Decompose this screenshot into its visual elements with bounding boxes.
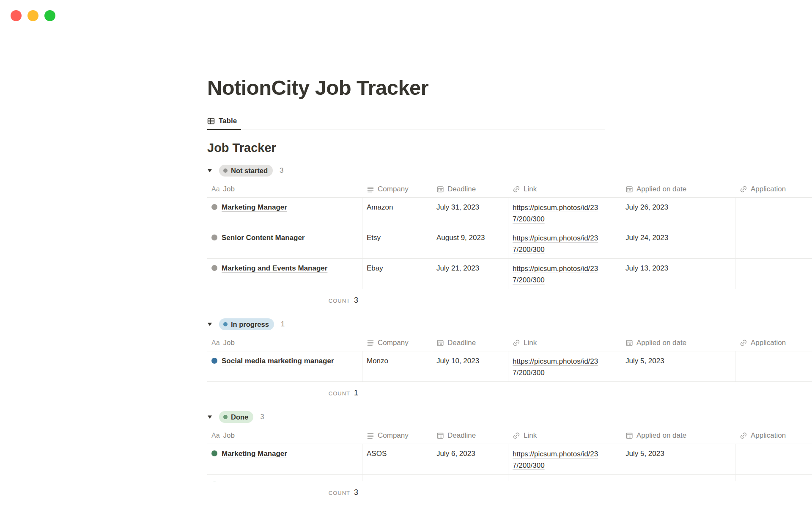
cell-applied[interactable]: July 5, 2023 [621, 444, 735, 474]
cell-application[interactable] [735, 475, 812, 481]
table-group: Done 3 AaJob Company Deadline [207, 410, 812, 503]
column-header-company[interactable]: Company [362, 431, 432, 440]
cell-company[interactable]: Etsy [362, 228, 432, 258]
cell-application[interactable] [735, 351, 812, 381]
job-page-link[interactable]: Social media marketing manager [222, 356, 334, 367]
table-group: Not started 3 AaJob Company Deadline [207, 164, 812, 311]
cell-applied[interactable]: July 24, 2023 [621, 228, 735, 258]
count-footer[interactable]: COUNT 1 [207, 382, 362, 403]
count-value: 3 [354, 296, 358, 305]
cell-applied[interactable]: July 26, 2023 [621, 198, 735, 228]
job-page-link[interactable]: Social media manager [222, 479, 298, 481]
url-link[interactable]: https://picsum.photos/id/237/200/300 [513, 356, 600, 378]
group-status-pill[interactable]: In progress [219, 318, 274, 330]
minimize-button[interactable] [27, 10, 38, 21]
cell-company[interactable]: Notion [362, 475, 432, 481]
cell-company[interactable]: Ebay [362, 259, 432, 289]
cell-application[interactable] [735, 198, 812, 228]
cell-applied[interactable]: July 5, 2023 [621, 351, 735, 381]
column-header-company[interactable]: Company [362, 185, 432, 193]
url-link[interactable]: https://picsum.photos/id/237/200/300 [513, 263, 600, 286]
text-lines-icon [367, 339, 374, 347]
url-link[interactable]: https://picsum.photos/id/237/200/300 [513, 202, 600, 225]
count-footer[interactable]: COUNT 3 [207, 481, 362, 503]
cell-job[interactable]: Marketing Manager [207, 198, 362, 228]
cell-link[interactable]: https://picsum.photos/id/237/200/300 [508, 259, 621, 289]
url-link[interactable]: https://picsum.photos/id/237/200/300 [513, 479, 600, 481]
cell-company[interactable]: Amazon [362, 198, 432, 228]
column-header-job[interactable]: AaJob [207, 185, 362, 193]
column-header-link[interactable]: Link [508, 185, 621, 193]
column-header-link[interactable]: Link [508, 431, 621, 440]
calendar-icon [436, 185, 444, 193]
column-header-applied[interactable]: Applied on date [621, 431, 735, 440]
url-link[interactable]: https://picsum.photos/id/237/200/300 [513, 448, 600, 471]
job-page-link[interactable]: Marketing Manager [222, 448, 287, 459]
cell-job[interactable]: Social media marketing manager [207, 351, 362, 381]
column-header-deadline[interactable]: Deadline [432, 431, 508, 440]
cell-deadline[interactable]: July 21, 2023 [432, 259, 508, 289]
job-page-link[interactable]: Senior Content Manager [222, 232, 304, 243]
cell-deadline[interactable]: August 9, 2023 [432, 228, 508, 258]
cell-link[interactable]: https://picsum.photos/id/237/200/300 [508, 444, 621, 474]
group-status-pill[interactable]: Done [219, 411, 253, 423]
column-header-deadline[interactable]: Deadline [432, 185, 508, 193]
column-header-application[interactable]: Application [735, 339, 812, 347]
group-toggle[interactable] [207, 322, 219, 326]
zoom-button[interactable] [44, 10, 55, 21]
job-page-link[interactable]: Marketing Manager [222, 202, 287, 213]
cell-deadline[interactable]: July 10, 2023 [432, 351, 508, 381]
cell-link[interactable]: https://picsum.photos/id/237/200/300 [508, 351, 621, 381]
cell-company[interactable]: ASOS [362, 444, 432, 474]
group-rows: Marketing Manager Amazon July 31, 2023 h… [207, 198, 812, 289]
cell-company[interactable]: Monzo [362, 351, 432, 381]
cell-applied[interactable]: July 13, 2023 [621, 259, 735, 289]
table-row: Social media manager Notion July 12, 202… [207, 475, 812, 481]
window-controls [11, 10, 55, 21]
text-type-icon: Aa [211, 186, 220, 193]
text-type-icon: Aa [211, 340, 220, 346]
column-header-deadline[interactable]: Deadline [432, 339, 508, 347]
cell-link[interactable]: https://picsum.photos/id/237/200/300 [508, 475, 621, 481]
cell-application[interactable] [735, 259, 812, 289]
group-toggle[interactable] [207, 168, 219, 173]
column-header-company[interactable]: Company [362, 339, 432, 347]
column-header-job[interactable]: AaJob [207, 431, 362, 440]
column-header-application[interactable]: Application [735, 185, 812, 193]
column-header-applied[interactable]: Applied on date [621, 339, 735, 347]
cell-job[interactable]: Marketing and Events Manager [207, 259, 362, 289]
group-status-pill[interactable]: Not started [219, 165, 273, 177]
status-dot-icon [223, 415, 228, 419]
job-page-link[interactable]: Marketing and Events Manager [222, 263, 327, 274]
cell-job[interactable]: Marketing Manager [207, 444, 362, 474]
cell-application[interactable] [735, 444, 812, 474]
column-header-link[interactable]: Link [508, 339, 621, 347]
cell-applied[interactable]: July 3, 2023 [621, 475, 735, 481]
group-header: Done 3 [207, 410, 812, 424]
group-toggle[interactable] [207, 415, 219, 419]
column-header-job[interactable]: AaJob [207, 339, 362, 347]
groups: Not started 3 AaJob Company Deadline [207, 164, 812, 503]
tab-table[interactable]: Table [207, 111, 241, 130]
url-link[interactable]: https://picsum.photos/id/237/200/300 [513, 232, 600, 255]
group-count: 3 [260, 413, 264, 421]
cell-link[interactable]: https://picsum.photos/id/237/200/300 [508, 198, 621, 228]
group-name: Done [231, 414, 248, 421]
column-label: Company [378, 185, 409, 193]
column-header-applied[interactable]: Applied on date [621, 185, 735, 193]
group-rows: Marketing Manager ASOS July 6, 2023 http… [207, 444, 812, 481]
link-icon [740, 185, 747, 193]
count-label: COUNT [329, 390, 350, 397]
close-button[interactable] [11, 10, 22, 21]
cell-link[interactable]: https://picsum.photos/id/237/200/300 [508, 228, 621, 258]
count-footer[interactable]: COUNT 3 [207, 289, 362, 311]
column-header-application[interactable]: Application [735, 431, 812, 440]
cell-deadline[interactable]: July 31, 2023 [432, 198, 508, 228]
cell-job[interactable]: Social media manager [207, 475, 362, 481]
group-count: 3 [280, 166, 283, 175]
cell-application[interactable] [735, 228, 812, 258]
cell-job[interactable]: Senior Content Manager [207, 228, 362, 258]
status-dot-icon [211, 481, 217, 481]
cell-deadline[interactable]: July 6, 2023 [432, 444, 508, 474]
cell-deadline[interactable]: July 12, 2023 [432, 475, 508, 481]
